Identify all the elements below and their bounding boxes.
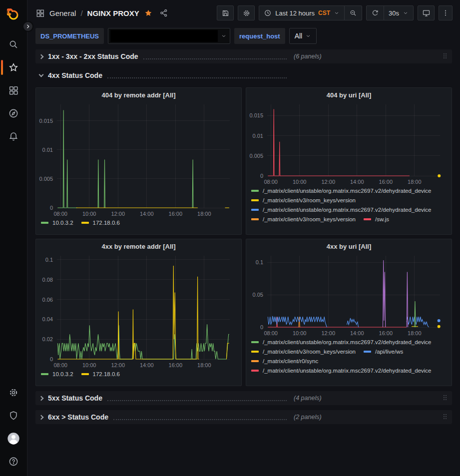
- search-icon: [8, 39, 19, 50]
- panel-404-by-uri: 404 by uri [All] 00.0050.010.01508:0010:…: [246, 87, 452, 235]
- favorite-star-icon[interactable]: [144, 8, 153, 17]
- time-range-picker[interactable]: Last 12 hours CST: [259, 6, 344, 20]
- save-dashboard-button[interactable]: [217, 5, 234, 20]
- legend-item[interactable]: 10.0.3.2: [41, 371, 73, 377]
- row-4xx[interactable]: 4xx Status Code: [35, 68, 452, 82]
- panel-4xx-by-uri: 4xx by uri [All] 00.050.108:0010:0012:00…: [246, 239, 452, 386]
- legend-swatch-icon: [251, 218, 259, 220]
- legend-series-label: 172.18.0.6: [93, 371, 120, 377]
- kebab-menu-button[interactable]: [439, 5, 453, 20]
- sidebar-item-alerting[interactable]: [0, 125, 27, 148]
- refresh-button[interactable]: [367, 6, 384, 20]
- chevron-down-icon: [305, 33, 311, 39]
- sidebar-item-search[interactable]: [0, 33, 27, 56]
- chevron-right-icon: [39, 415, 44, 420]
- sidebar-item-dashboards[interactable]: [0, 79, 27, 102]
- zoom-out-button[interactable]: [344, 6, 362, 20]
- chevron-right-icon: [39, 54, 44, 59]
- dashboard-settings-button[interactable]: [238, 5, 255, 20]
- chevron-down-icon: [403, 10, 409, 16]
- sidebar-item-profile[interactable]: [0, 427, 27, 450]
- legend-item[interactable]: /api/live/ws: [364, 349, 403, 355]
- legend-swatch-icon: [81, 222, 89, 224]
- legend-item[interactable]: /_matrix/client/unstable/org.matrix.msc2…: [251, 207, 432, 213]
- dashboard-canvas: 1xx - 3xx - 2xx Status Code (6 panels) 4…: [27, 48, 460, 476]
- panel-title[interactable]: 404 by uri [All]: [246, 88, 452, 100]
- grafana-logo[interactable]: [0, 4, 27, 26]
- request-host-variable-label[interactable]: request_host: [234, 28, 285, 44]
- legend-item[interactable]: /_matrix/client/v3/room_keys/version: [251, 349, 356, 355]
- legend-item[interactable]: 172.18.0.6: [81, 371, 120, 377]
- row-6xx[interactable]: 6xx > Status Code (2 panels): [35, 410, 452, 424]
- breadcrumb-folder[interactable]: General: [49, 9, 76, 17]
- svg-text:16:00: 16:00: [169, 362, 183, 368]
- avatar: [6, 432, 20, 446]
- svg-text:0: 0: [260, 324, 263, 330]
- legend-series-label: /_matrix/client/unstable/org.matrix.msc2…: [263, 339, 432, 345]
- timezone-label: CST: [318, 9, 330, 16]
- panel-title[interactable]: 4xx by uri [All]: [246, 239, 452, 251]
- dashboard-toolbar: Last 12 hours CST: [217, 5, 453, 20]
- legend-series-label: /_matrix/client/v3/room_keys/version: [263, 197, 356, 203]
- svg-text:0.015: 0.015: [39, 118, 53, 124]
- request-host-variable-select[interactable]: All: [289, 28, 317, 44]
- drag-handle-icon[interactable]: [441, 52, 449, 60]
- sidebar-item-security[interactable]: [0, 404, 27, 427]
- drag-handle-icon[interactable]: [441, 394, 449, 402]
- legend-item[interactable]: /_matrix/client/unstable/org.matrix.msc2…: [251, 188, 432, 194]
- svg-text:0.05: 0.05: [253, 292, 263, 298]
- svg-text:18:00: 18:00: [408, 179, 422, 185]
- chevron-down-icon: [334, 10, 340, 16]
- dashboard-title[interactable]: NGINX PROXY: [87, 9, 139, 17]
- dashboard-header: General / NGINX PROXY: [27, 0, 460, 26]
- legend-item[interactable]: /sw.js: [364, 216, 389, 222]
- row-1xx-3xx-2xx[interactable]: 1xx - 3xx - 2xx Status Code (6 panels): [35, 49, 452, 63]
- drag-handle-icon[interactable]: [441, 413, 449, 421]
- sidebar-item-help[interactable]: [0, 450, 27, 473]
- sidebar-item-settings[interactable]: [0, 381, 27, 404]
- legend-item[interactable]: /_matrix/client/r0/sync: [251, 358, 318, 364]
- panel-title[interactable]: 404 by remote addr [All]: [36, 88, 241, 100]
- refresh-interval-dropdown[interactable]: 30s: [384, 6, 413, 20]
- timeseries-chart[interactable]: 00.0050.010.01508:0010:0012:0014:0016:00…: [246, 100, 445, 187]
- sidebar-item-explore[interactable]: [0, 102, 27, 125]
- svg-text:08:00: 08:00: [264, 179, 278, 185]
- share-icon[interactable]: [159, 8, 168, 17]
- bell-icon: [8, 131, 19, 142]
- svg-text:0.005: 0.005: [39, 176, 53, 182]
- legend-item[interactable]: 172.18.0.6: [81, 220, 120, 226]
- save-icon: [221, 9, 230, 17]
- timeseries-chart[interactable]: 00.0050.010.01508:0010:0012:0014:0016:00…: [36, 100, 234, 219]
- svg-text:08:00: 08:00: [264, 330, 278, 336]
- datasource-variable-label[interactable]: DS_PROMETHEUS: [35, 28, 104, 44]
- sidebar-item-starred[interactable]: [0, 56, 27, 79]
- row-5xx[interactable]: 5xx Status Code (4 panels): [35, 391, 452, 405]
- legend-swatch-icon: [251, 360, 259, 362]
- svg-text:16:00: 16:00: [379, 179, 393, 185]
- svg-text:12:00: 12:00: [111, 362, 125, 368]
- tv-mode-button[interactable]: [418, 5, 435, 20]
- refresh-icon: [371, 9, 379, 17]
- legend-item[interactable]: 10.0.3.2: [41, 220, 73, 226]
- chevron-right-icon: [25, 23, 31, 29]
- sidebar-expand-button[interactable]: [22, 21, 33, 32]
- panel-title[interactable]: 4xx by remote addr [All]: [36, 239, 241, 251]
- grafana-app: General / NGINX PROXY: [0, 0, 460, 476]
- legend-item[interactable]: /_matrix/client/v3/room_keys/version: [251, 197, 356, 203]
- svg-text:14:00: 14:00: [140, 211, 154, 217]
- legend-item[interactable]: /_matrix/client/unstable/org.matrix.msc2…: [251, 368, 432, 374]
- datasource-variable-select[interactable]: [108, 28, 230, 44]
- legend-swatch-icon: [251, 370, 259, 372]
- legend-series-label: /_matrix/client/v3/room_keys/version: [263, 216, 356, 222]
- timeseries-chart[interactable]: 00.020.040.060.080.108:0010:0012:0014:00…: [36, 251, 234, 370]
- timeseries-chart[interactable]: 00.050.108:0010:0012:0014:0016:0018:00: [246, 251, 445, 338]
- grafana-logo-icon: [7, 8, 20, 21]
- help-icon: [8, 456, 19, 467]
- legend-item[interactable]: /_matrix/client/unstable/org.matrix.msc2…: [251, 339, 432, 345]
- legend-series-label: 10.0.3.2: [52, 371, 73, 377]
- legend-item[interactable]: /_matrix/client/v3/room_keys/version: [251, 216, 356, 222]
- svg-text:16:00: 16:00: [379, 330, 393, 336]
- svg-text:0.01: 0.01: [253, 133, 263, 139]
- legend-series-label: /_matrix/client/unstable/org.matrix.msc2…: [263, 368, 432, 374]
- zoom-out-icon: [349, 9, 357, 17]
